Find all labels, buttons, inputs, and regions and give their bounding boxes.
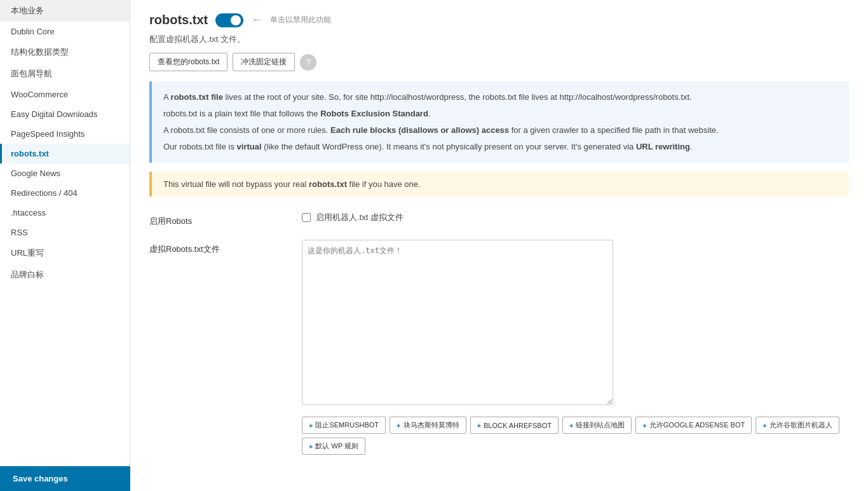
virtual-robots-control: + 阻止SEMRUSHBOT+ 块马杰斯特莫博特+ BLOCK AHREFSBO…	[302, 240, 849, 455]
enable-robots-checkbox-label: 启用机器人.txt 虚拟文件	[316, 212, 403, 223]
add-rule-button[interactable]: + 允许GOOGLE ADSENSE BOT	[635, 417, 752, 434]
sidebar-item-robots-txt[interactable]: robots.txt	[0, 144, 130, 163]
info-line-3: A robots.txt file consists of one or mor…	[163, 123, 837, 137]
flush-permalinks-button[interactable]: 冲洗固定链接	[233, 53, 295, 71]
sidebar-item-structured-data[interactable]: 结构化数据类型	[0, 41, 130, 63]
sidebar-item-local-business[interactable]: 本地业务	[0, 0, 130, 22]
sidebar-item-google-news[interactable]: Google News	[0, 163, 130, 183]
robots-textarea[interactable]	[302, 240, 613, 405]
action-buttons: 查看您的robots.txt 冲洗固定链接 ?	[149, 53, 849, 71]
sidebar-item-htaccess[interactable]: .htaccess	[0, 203, 130, 223]
sub-description: 配置虚拟机器人.txt 文件。	[149, 34, 849, 45]
toggle-hint: 单击以禁用此功能	[270, 15, 331, 25]
sidebar-item-redirections-404[interactable]: Redirections / 404	[0, 183, 130, 203]
info-circle-button[interactable]: ?	[300, 54, 316, 71]
sidebar-item-woocommerce[interactable]: WooCommerce	[0, 85, 130, 104]
add-buttons-row: + 阻止SEMRUSHBOT+ 块马杰斯特莫博特+ BLOCK AHREFSBO…	[302, 417, 849, 455]
add-rule-button[interactable]: + 块马杰斯特莫博特	[390, 417, 466, 434]
enable-robots-control: 启用机器人.txt 虚拟文件	[302, 212, 849, 223]
add-rule-button[interactable]: + BLOCK AHREFSBOT	[470, 417, 559, 434]
sidebar-item-pagespeed-insights[interactable]: PageSpeed Insights	[0, 124, 130, 144]
sidebar-item-brand-whitelist[interactable]: 品牌白标	[0, 264, 130, 286]
feature-toggle[interactable]	[215, 13, 243, 27]
info-line-1: A robots.txt file lives at the root of y…	[163, 90, 837, 104]
sidebar-item-rss[interactable]: RSS	[0, 223, 130, 242]
sidebar-item-breadcrumb-nav[interactable]: 面包屑导航	[0, 63, 130, 85]
enable-robots-checkbox[interactable]	[302, 213, 311, 222]
add-rule-button[interactable]: + 允许谷歌图片机器人	[756, 417, 839, 434]
warning-text: This virtual file will not bypass your r…	[163, 179, 421, 189]
sidebar-item-url-rewrite[interactable]: URL重写	[0, 242, 130, 264]
toggle-thumb	[231, 15, 241, 25]
toggle-track[interactable]	[215, 13, 243, 27]
main-content: robots.txt ← 单击以禁用此功能 配置虚拟机器人.txt 文件。 查看…	[130, 0, 868, 491]
virtual-robots-row: 虚拟Robots.txt文件 + 阻止SEMRUSHBOT+ 块马杰斯特莫博特+…	[149, 240, 849, 455]
warning-box: This virtual file will not bypass your r…	[149, 172, 849, 197]
enable-robots-label: 启用Robots	[149, 212, 289, 227]
enable-robots-row: 启用Robots 启用机器人.txt 虚拟文件	[149, 212, 849, 227]
save-footer: Save changes	[0, 466, 130, 491]
info-box: A robots.txt file lives at the root of y…	[149, 81, 849, 163]
save-changes-button[interactable]: Save changes	[13, 474, 118, 483]
sidebar-item-dublin-core[interactable]: Dublin Core	[0, 22, 130, 41]
sidebar: 本地业务Dublin Core结构化数据类型面包屑导航WooCommerceEa…	[0, 0, 130, 491]
back-arrow-icon[interactable]: ←	[251, 13, 262, 27]
sidebar-item-easy-digital-downloads[interactable]: Easy Digital Downloads	[0, 104, 130, 124]
info-line-4: Our robots.txt file is virtual (like the…	[163, 140, 837, 154]
info-line-2: robots.txt is a plain text file that fol…	[163, 107, 837, 121]
add-rule-button[interactable]: + 默认 WP 规则	[302, 438, 365, 455]
page-title: robots.txt	[149, 13, 208, 27]
view-robots-button[interactable]: 查看您的robots.txt	[149, 53, 227, 71]
add-rule-button[interactable]: + 链接到站点地图	[562, 417, 632, 434]
header-row: robots.txt ← 单击以禁用此功能	[149, 13, 849, 27]
add-rule-button[interactable]: + 阻止SEMRUSHBOT	[302, 417, 386, 434]
virtual-robots-label: 虚拟Robots.txt文件	[149, 240, 289, 255]
